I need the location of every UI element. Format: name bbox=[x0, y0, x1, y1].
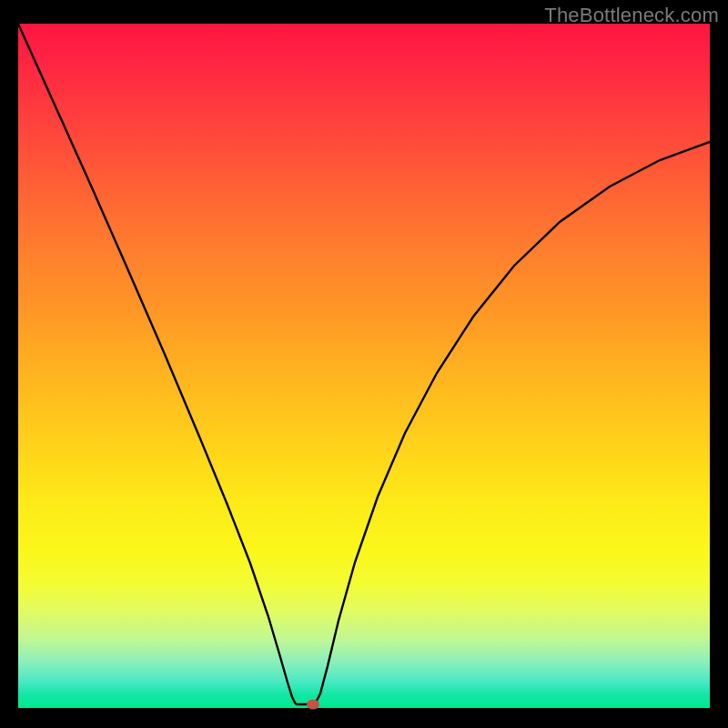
bottleneck-curve bbox=[18, 24, 710, 704]
watermark-text: TheBottleneck.com bbox=[544, 4, 719, 27]
curve-layer bbox=[18, 24, 710, 708]
optimal-point-marker bbox=[307, 700, 319, 710]
chart-area bbox=[18, 24, 710, 708]
